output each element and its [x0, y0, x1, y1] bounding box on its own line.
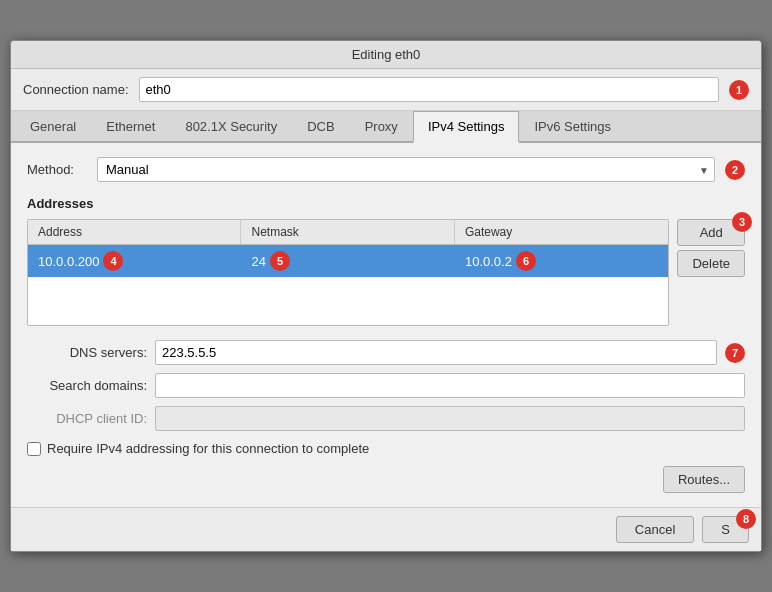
tab-ipv6-settings[interactable]: IPv6 Settings [519, 111, 626, 143]
tab-dcb[interactable]: DCB [292, 111, 349, 143]
gateway-badge: 6 [516, 251, 536, 271]
editing-dialog: Editing eth0 Connection name: 1 General … [10, 40, 762, 552]
tab-general[interactable]: General [15, 111, 91, 143]
save-button[interactable]: S 8 [702, 516, 749, 543]
dns-badge: 7 [725, 343, 745, 363]
require-ipv4-checkbox[interactable] [27, 442, 41, 456]
addresses-section-title: Addresses [27, 196, 745, 211]
dialog-titlebar: Editing eth0 [11, 41, 761, 69]
addresses-container: Address Netmask Gateway 10.0.0.200 4 [27, 219, 745, 326]
tab-ipv4-settings[interactable]: IPv4 Settings [413, 111, 520, 143]
routes-button[interactable]: Routes... [663, 466, 745, 493]
tab-ethernet[interactable]: Ethernet [91, 111, 170, 143]
address-badge: 4 [103, 251, 123, 271]
table-body: 10.0.0.200 4 24 5 10.0.0.2 6 [28, 245, 668, 325]
search-domains-input[interactable] [155, 373, 745, 398]
tab-proxy[interactable]: Proxy [350, 111, 413, 143]
search-domains-row: Search domains: [27, 373, 745, 398]
connection-name-badge: 1 [729, 80, 749, 100]
dns-servers-input[interactable] [155, 340, 717, 365]
cell-address: 10.0.0.200 4 [28, 245, 241, 277]
add-button[interactable]: Add 3 [677, 219, 745, 246]
cell-gateway: 10.0.0.2 6 [455, 245, 668, 277]
dhcp-client-id-input[interactable] [155, 406, 745, 431]
tabs-bar: General Ethernet 802.1X Security DCB Pro… [11, 111, 761, 143]
table-header: Address Netmask Gateway [28, 220, 668, 245]
col-gateway: Gateway [455, 220, 668, 244]
dhcp-client-id-row: DHCP client ID: [27, 406, 745, 431]
addresses-section: Addresses Address Netmask Gateway 10.0.0… [27, 196, 745, 326]
connection-name-input[interactable] [139, 77, 719, 102]
dns-servers-row: DNS servers: 7 [27, 340, 745, 365]
delete-button[interactable]: Delete [677, 250, 745, 277]
method-badge: 2 [725, 160, 745, 180]
addresses-table: Address Netmask Gateway 10.0.0.200 4 [27, 219, 669, 326]
addr-buttons: Add 3 Delete [677, 219, 745, 326]
netmask-badge: 5 [270, 251, 290, 271]
require-ipv4-label: Require IPv4 addressing for this connect… [47, 441, 369, 456]
col-netmask: Netmask [241, 220, 454, 244]
cell-netmask: 24 5 [241, 245, 454, 277]
search-domains-label: Search domains: [27, 378, 147, 393]
method-row: Method: Manual 2 [27, 157, 745, 182]
dialog-footer: Cancel S 8 [11, 507, 761, 551]
tab-8021x-security[interactable]: 802.1X Security [170, 111, 292, 143]
col-address: Address [28, 220, 241, 244]
require-ipv4-row: Require IPv4 addressing for this connect… [27, 441, 745, 456]
save-badge: 8 [736, 509, 756, 529]
routes-row: Routes... [27, 466, 745, 493]
cancel-button[interactable]: Cancel [616, 516, 694, 543]
dialog-title: Editing eth0 [352, 47, 421, 62]
dns-servers-label: DNS servers: [27, 345, 147, 360]
table-row[interactable]: 10.0.0.200 4 24 5 10.0.0.2 6 [28, 245, 668, 277]
connection-name-row: Connection name: 1 [11, 69, 761, 111]
connection-name-label: Connection name: [23, 82, 129, 97]
dhcp-client-id-label: DHCP client ID: [27, 411, 147, 426]
method-label: Method: [27, 162, 87, 177]
content-area: Method: Manual 2 Addresses Address Netma… [11, 143, 761, 507]
method-select-container: Manual [97, 157, 715, 182]
add-badge: 3 [732, 212, 752, 232]
method-select[interactable]: Manual [97, 157, 715, 182]
